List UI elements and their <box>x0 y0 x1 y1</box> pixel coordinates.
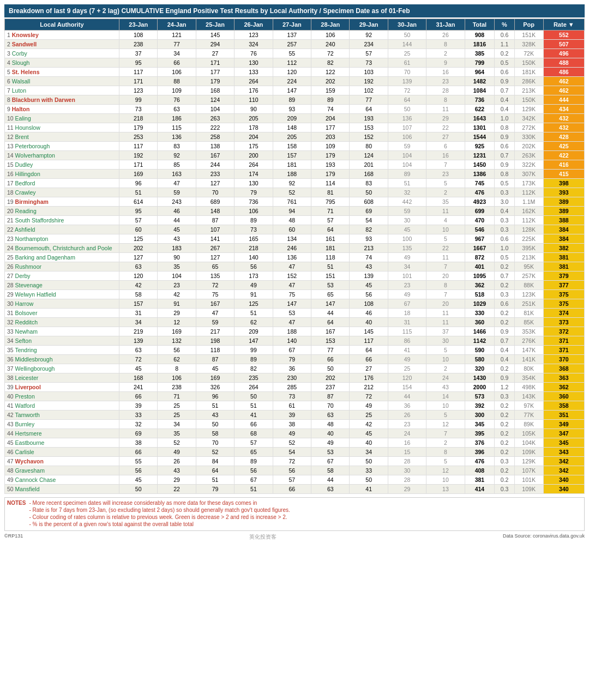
rank-number: 33 <box>7 328 15 335</box>
total-cell: 360 <box>465 318 495 327</box>
date-value: 58 <box>196 429 234 438</box>
la-cell: 32 Redditch <box>5 318 119 327</box>
rate-cell: 496 <box>543 49 584 58</box>
watermark: 英化投资客 <box>249 533 277 541</box>
date-value: 51 <box>196 401 234 411</box>
date-value: 35 <box>158 429 196 438</box>
pct-cell: 0.6 <box>495 234 514 244</box>
date-value: 66 <box>311 355 350 364</box>
rank-number: 21 <box>7 217 15 224</box>
date-value: 20 <box>426 299 465 309</box>
pop-cell: 150K <box>514 95 543 105</box>
pop-cell: 88K <box>514 281 543 290</box>
la-cell: 11 Hounslow <box>5 123 119 132</box>
note-line: - % is the percent of a given row's tota… <box>29 521 290 527</box>
table-row: 3 Corby373427765572572523850.272K496 <box>5 49 585 58</box>
la-cell: 10 Ealing <box>5 114 119 123</box>
col-header-23jan: 23-Jan <box>119 19 158 31</box>
date-value: 7 <box>426 262 465 271</box>
table-row: 1 Knowsley1081211451231371069250269080.6… <box>5 31 585 40</box>
pop-cell: 328K <box>514 40 543 49</box>
date-value: 171 <box>119 160 158 170</box>
date-value: 12 <box>426 420 465 429</box>
la-cell: 6 Walsall <box>5 77 119 86</box>
date-value: 92 <box>273 179 311 188</box>
date-value: 59 <box>196 318 234 327</box>
date-value: 177 <box>196 68 234 77</box>
date-value: 11 <box>426 207 465 216</box>
la-name: Welwyn Hatfield <box>15 291 56 298</box>
rate-cell: 388 <box>543 216 584 225</box>
date-value: 159 <box>311 86 350 95</box>
table-row: 42 Tamworth332543413963252653000.277K351 <box>5 411 585 420</box>
col-header-24jan: 24-Jan <box>158 19 196 31</box>
pop-cell: 85K <box>514 318 543 327</box>
date-value: 173 <box>235 271 273 281</box>
date-value: 202 <box>119 244 158 253</box>
pct-cell: 0.3 <box>495 485 514 494</box>
pop-cell: 286K <box>514 77 543 86</box>
la-cell: 7 Luton <box>5 86 119 95</box>
pct-cell: 0.3 <box>495 457 514 466</box>
pop-cell: 395K <box>514 244 543 253</box>
la-name: Ashfield <box>15 226 35 233</box>
date-value: 174 <box>235 170 273 179</box>
table-row: 48 Gravesham5643645656583330124080.2107K… <box>5 466 585 475</box>
pop-cell: 72K <box>514 49 543 58</box>
rank-number: 37 <box>7 365 15 372</box>
date-value: 39 <box>273 411 311 420</box>
date-value: 75 <box>196 290 234 299</box>
date-value: 154 <box>388 383 426 392</box>
date-value: 12 <box>426 466 465 475</box>
la-name: Carlisle <box>15 449 34 455</box>
date-value: 69 <box>119 429 158 438</box>
la-name: Leicester <box>15 375 39 381</box>
rate-cell: 347 <box>543 429 584 438</box>
date-value: 171 <box>119 77 158 86</box>
pct-cell: 0.2 <box>495 281 514 290</box>
table-row: 25 Barking and Dagenham12790127140136118… <box>5 253 585 262</box>
pop-cell: 330K <box>514 132 543 142</box>
date-value: 263 <box>196 114 234 123</box>
rate-cell: 368 <box>543 364 584 373</box>
date-value: 10 <box>426 225 465 234</box>
total-cell: 1466 <box>465 327 495 336</box>
table-row: 26 Rushmoor633565564751433474010.295K381 <box>5 262 585 271</box>
date-value: 73 <box>273 392 311 401</box>
date-value: 11 <box>426 105 465 114</box>
date-value: 132 <box>158 336 196 346</box>
la-name: Peterborough <box>15 143 50 149</box>
date-value: 10 <box>426 401 465 411</box>
pct-cell: 0.8 <box>495 170 514 179</box>
date-value: 795 <box>311 197 350 207</box>
date-value: 41 <box>388 346 426 355</box>
date-value: 95 <box>119 207 158 216</box>
date-value: 124 <box>196 95 234 105</box>
date-value: 204 <box>311 114 350 123</box>
date-value: 140 <box>273 336 311 346</box>
date-value: 101 <box>388 271 426 281</box>
pop-cell: 112K <box>514 188 543 197</box>
rate-cell: 340 <box>543 475 584 485</box>
total-cell: 622 <box>465 105 495 114</box>
date-value: 65 <box>196 262 234 271</box>
date-value: 74 <box>311 105 350 114</box>
total-cell: 330 <box>465 309 495 318</box>
rate-cell: 374 <box>543 309 584 318</box>
date-value: 99 <box>235 346 273 355</box>
date-value: 96 <box>119 179 158 188</box>
date-value: 25 <box>388 49 426 58</box>
data-table: Local Authority 23-Jan 24-Jan 25-Jan 26-… <box>4 19 585 494</box>
la-cell: 38 Leicester <box>5 373 119 383</box>
date-value: 237 <box>311 383 350 392</box>
date-value: 50 <box>119 485 158 494</box>
date-value: 33 <box>350 466 388 475</box>
rank-number: 1 <box>7 32 12 38</box>
rate-cell: 552 <box>543 31 584 40</box>
rank-number: 34 <box>7 337 15 344</box>
rank-number: 13 <box>7 143 15 149</box>
date-value: 205 <box>235 114 273 123</box>
la-name: Wychavon <box>15 458 44 464</box>
table-row: 47 Wychavon552684897267502854760.3129K34… <box>5 457 585 466</box>
table-row: 45 Eastbourne385270575249401623760.2104K… <box>5 438 585 448</box>
